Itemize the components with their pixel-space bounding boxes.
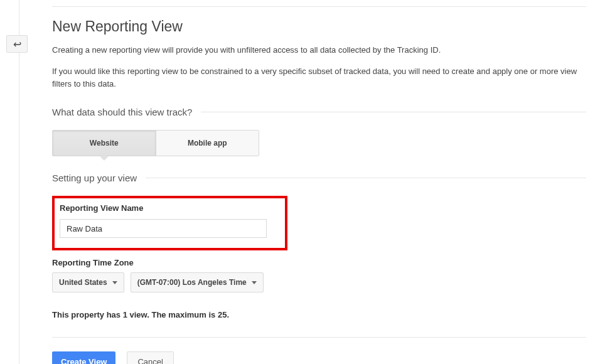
chevron-down-icon — [112, 281, 117, 284]
reporting-view-name-input[interactable] — [60, 219, 267, 238]
view-setup-section-header: Setting up your view — [52, 173, 586, 183]
section-divider-line — [201, 112, 586, 112]
property-view-count-note: This property has 1 view. The maximum is… — [52, 310, 586, 319]
timezone-dropdown-row: United States (GMT-07:00) Los Angeles Ti… — [52, 272, 586, 292]
reporting-timezone-block: Reporting Time Zone United States (GMT-0… — [52, 258, 586, 292]
data-type-mobile-app-label: Mobile app — [188, 139, 227, 147]
cancel-button[interactable]: Cancel — [127, 351, 173, 364]
description-paragraph-1: Creating a new reporting view will provi… — [52, 44, 586, 56]
vertical-divider — [19, 0, 19, 364]
data-type-heading: What data should this view track? — [52, 107, 201, 117]
create-view-button[interactable]: Create View — [52, 351, 115, 364]
action-row: Create View Cancel — [52, 351, 586, 364]
page-title: New Reporting View — [52, 18, 586, 35]
top-divider — [52, 6, 586, 7]
reporting-view-name-label: Reporting View Name — [60, 203, 280, 213]
main-content: New Reporting View Creating a new report… — [52, 0, 586, 364]
data-type-section-header: What data should this view track? — [52, 107, 586, 117]
timezone-country-value: United States — [59, 278, 107, 287]
data-type-mobile-app-button[interactable]: Mobile app — [156, 131, 259, 156]
data-type-website-label: Website — [90, 139, 119, 147]
bottom-divider — [52, 337, 586, 338]
view-setup-heading: Setting up your view — [52, 173, 146, 183]
description-paragraph-2: If you would like this reporting view to… — [52, 65, 586, 90]
back-arrow-icon: ↩ — [13, 38, 21, 50]
chevron-down-icon — [252, 281, 257, 284]
timezone-zone-value: (GMT-07:00) Los Angeles Time — [137, 278, 247, 287]
data-type-website-button[interactable]: Website — [53, 131, 156, 156]
timezone-zone-dropdown[interactable]: (GMT-07:00) Los Angeles Time — [131, 272, 264, 292]
back-button[interactable]: ↩ — [6, 35, 28, 53]
data-type-toggle: Website Mobile app — [52, 130, 259, 156]
reporting-timezone-label: Reporting Time Zone — [52, 258, 586, 267]
reporting-view-name-block: Reporting View Name — [52, 196, 287, 250]
section-divider-line — [146, 178, 586, 178]
timezone-country-dropdown[interactable]: United States — [52, 272, 124, 292]
